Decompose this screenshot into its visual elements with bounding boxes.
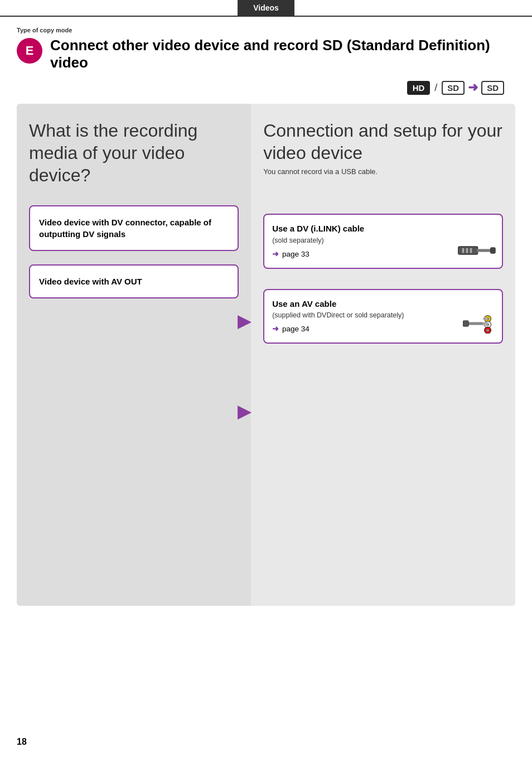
- svg-rect-16: [463, 321, 468, 326]
- slash-separator: /: [434, 82, 437, 94]
- conn-sub-av: (supplied with DVDirect or sold separate…: [272, 310, 494, 321]
- arrow-icon-dv: ➜: [272, 250, 279, 258]
- videos-tab[interactable]: Videos: [238, 0, 294, 16]
- right-subtext: You cannot record via a USB cable.: [263, 167, 503, 176]
- sd-badge-2: SD: [481, 81, 504, 95]
- right-heading: Connection and setup for your video devi…: [263, 119, 503, 164]
- svg-rect-3: [462, 248, 465, 253]
- av-cable-icon: [463, 314, 496, 337]
- title-row: E Connect other video device and record …: [17, 37, 515, 71]
- svg-rect-15: [483, 322, 488, 324]
- page-title: Connect other video device and record SD…: [50, 37, 515, 71]
- conn-title-av: Use an AV cable: [272, 298, 494, 311]
- arrow-dv-connector-icon: ▶: [238, 311, 250, 331]
- svg-point-14: [486, 329, 489, 332]
- arrow-icon-av: ➜: [272, 325, 279, 333]
- left-heading: What is the recording media of your vide…: [29, 119, 239, 186]
- e-badge: E: [17, 38, 42, 64]
- svg-rect-1: [477, 249, 491, 252]
- arrow-av-connector-icon: ▶: [238, 402, 250, 421]
- svg-rect-4: [466, 248, 468, 253]
- dv-cable-icon: [457, 242, 496, 262]
- two-col-layout: What is the recording media of your vide…: [17, 104, 515, 606]
- conn-page-av: ➜ page 34: [272, 324, 494, 335]
- conn-title-dv: Use a DV (i.LINK) cable: [272, 223, 494, 235]
- sd-badge-1: SD: [442, 81, 465, 95]
- svg-rect-9: [483, 318, 488, 320]
- left-column: What is the recording media of your vide…: [17, 104, 251, 606]
- format-row: HD / SD ➜ SD: [17, 80, 504, 95]
- svg-rect-2: [490, 248, 495, 254]
- top-bar: Videos: [0, 0, 532, 17]
- right-column: Connection and setup for your video devi…: [251, 104, 515, 606]
- hd-badge: HD: [407, 81, 431, 95]
- conn-box-dv: Use a DV (i.LINK) cable (sold separately…: [263, 214, 503, 269]
- copy-mode-label: Type of copy mode: [17, 27, 515, 33]
- page-content: Type of copy mode E Connect other video …: [0, 17, 532, 628]
- page-number: 18: [17, 737, 27, 747]
- device-box-av: Video device with AV OUT: [29, 264, 239, 298]
- conn-box-av: Use an AV cable (supplied with DVDirect …: [263, 289, 503, 344]
- device-box-dv: Video device with DV connector, capable …: [29, 205, 239, 251]
- format-arrow-icon: ➜: [468, 80, 478, 95]
- svg-rect-5: [470, 248, 472, 253]
